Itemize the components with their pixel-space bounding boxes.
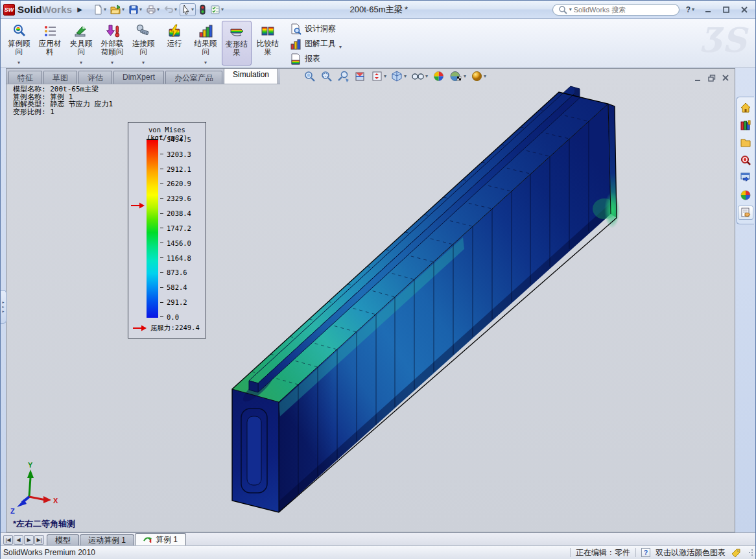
window-controls	[701, 5, 751, 15]
graphics-area[interactable]: 特征 草图 评估 DimXpert 办公室产品 Simulation ▾ ▾ ▾	[6, 68, 735, 532]
document-close-button[interactable]	[722, 75, 729, 82]
print-button[interactable]: ▾	[145, 4, 161, 16]
select-button[interactable]: ▾	[180, 3, 196, 16]
run-icon	[167, 23, 182, 40]
undo-icon	[163, 5, 174, 15]
fea-beam-model[interactable]	[6, 84, 735, 532]
ribbon-button-results-advisor[interactable]: 结果顾问 ▾	[191, 21, 220, 65]
traffic-light-icon	[198, 5, 206, 15]
coordinate-triad: Y X Z	[6, 457, 78, 518]
configuration-tab-bar: |◀ ◀ ▶ ▶| 模型 运动算例 1 算例 1	[1, 532, 755, 545]
resize-grip[interactable]	[749, 549, 753, 556]
tab-scroll-prev-button[interactable]: ◀	[14, 535, 23, 545]
custom-properties-button[interactable]	[738, 206, 753, 220]
file-explorer-button[interactable]	[738, 136, 753, 150]
search-scope-caret-icon[interactable]: ▾	[569, 6, 572, 12]
help-button[interactable]: ?▾	[686, 5, 694, 14]
dropdown-caret-icon: ▾	[18, 60, 20, 65]
status-edition: SolidWorks Premium 2010	[3, 548, 95, 557]
tag-icon[interactable]	[731, 548, 741, 558]
search-icon	[558, 5, 567, 14]
zoom-to-area-button[interactable]	[320, 70, 333, 82]
document-window-controls	[694, 75, 729, 82]
view-orientation-label: *左右二等角轴测	[13, 518, 75, 530]
ribbon-button-report[interactable]: 报表	[287, 53, 344, 65]
title-bar: SW SolidWorks ▶ ▾ ▾ ▾ ▾ ▾ ▾	[1, 1, 755, 19]
tab-dimxpert[interactable]: DimXpert	[113, 71, 164, 84]
status-right-cluster: 正在编辑：零件 ? 双击以激活颜色图表	[570, 547, 753, 558]
menu-flyout-arrow-icon[interactable]: ▶	[77, 6, 82, 13]
tab-evaluate[interactable]: 评估	[78, 71, 112, 84]
dropdown-caret-icon: ▾	[339, 44, 342, 50]
tab-scroll-first-button[interactable]: |◀	[3, 535, 13, 545]
x-axis-label: X	[53, 497, 58, 505]
solidworks-search-button[interactable]	[738, 153, 753, 167]
legend-color-bar	[147, 139, 158, 318]
stress-color-legend[interactable]: von Mises (kgf/cm^2) 3494.5 3203.3 2912.…	[128, 122, 206, 339]
view-settings-button[interactable]: ▾	[471, 70, 486, 82]
previous-view-button[interactable]	[337, 70, 349, 82]
report-icon	[290, 53, 301, 65]
apply-scene-button[interactable]: ▾	[449, 70, 466, 82]
document-minimize-button[interactable]	[694, 75, 702, 82]
workspace: 特征 草图 评估 DimXpert 办公室产品 Simulation ▾ ▾ ▾	[1, 68, 755, 532]
study-advisor-icon	[11, 23, 27, 40]
ribbon-button-compare-results[interactable]: 比较结果 ▾	[253, 21, 283, 65]
x-axis-arrow-icon	[43, 496, 51, 503]
compare-results-icon	[260, 23, 276, 40]
rebuild-button[interactable]	[197, 4, 207, 16]
ribbon-button-plot-tools[interactable]: 图解工具 ▾	[287, 38, 344, 51]
ribbon-button-apply-material[interactable]: 应用材料 ▾	[35, 21, 65, 65]
tab-simulation[interactable]: Simulation	[224, 68, 278, 84]
display-style-button[interactable]: ▾	[391, 70, 407, 82]
heads-up-view-toolbar: ▾ ▾ ▾ ▾ ▾	[303, 70, 486, 82]
save-button[interactable]: ▾	[127, 4, 143, 16]
close-button[interactable]	[737, 5, 751, 15]
maximize-button[interactable]	[719, 5, 733, 15]
dropdown-caret-icon: ▾	[142, 60, 145, 65]
section-view-button[interactable]	[354, 70, 366, 82]
appearances-scenes-button[interactable]	[738, 188, 753, 202]
design-library-button[interactable]	[738, 118, 753, 132]
command-tab-row: 特征 草图 评估 DimXpert 办公室产品 Simulation ▾ ▾ ▾	[6, 69, 735, 84]
tab-motion-study[interactable]: 运动算例 1	[80, 534, 134, 545]
ribbon-button-connections-advisor[interactable]: 连接顾问 ▾	[128, 21, 158, 65]
ribbon-button-external-loads[interactable]: 外部载荷顾问 ▾	[97, 21, 127, 65]
view-palette-button[interactable]	[738, 171, 753, 185]
ribbon-button-deformed-result[interactable]: 变形结果 ▾	[222, 21, 252, 65]
solidworks-logo: SW SolidWorks	[3, 4, 72, 16]
hide-show-items-button[interactable]: ▾	[411, 70, 428, 82]
tab-simulation-study[interactable]: 算例 1	[135, 533, 186, 545]
apply-material-icon	[42, 23, 58, 40]
tab-model[interactable]: 模型	[47, 534, 79, 545]
document-title: 200t-65m主梁 *	[225, 4, 552, 16]
tab-scroll-last-button[interactable]: ▶|	[34, 535, 44, 545]
ribbon-button-fixtures-advisor[interactable]: 夹具顾问 ▾	[66, 21, 96, 65]
yield-level-arrow-icon	[131, 202, 145, 209]
tab-sketch[interactable]: 草图	[43, 71, 77, 84]
document-restore-button[interactable]	[708, 75, 716, 82]
open-folder-icon	[110, 5, 121, 15]
view-orientation-button[interactable]: ▾	[371, 70, 386, 82]
search-box[interactable]: ▾	[552, 4, 679, 16]
app-window: SW SolidWorks ▶ ▾ ▾ ▾ ▾ ▾ ▾	[0, 0, 756, 559]
y-axis-arrow-icon	[27, 470, 34, 478]
feature-manager-splitter-handle[interactable]: ▸▸▸	[1, 290, 6, 324]
new-document-button[interactable]: ▾	[91, 4, 108, 16]
ribbon-button-design-insight[interactable]: 设计洞察	[287, 23, 344, 36]
tab-scroll-next-button[interactable]: ▶	[24, 535, 34, 545]
tab-office-products[interactable]: 办公室产品	[165, 71, 222, 84]
tab-features[interactable]: 特征	[8, 71, 42, 84]
search-input[interactable]	[574, 6, 658, 14]
fixtures-advisor-icon	[73, 23, 89, 40]
minimize-button[interactable]	[701, 5, 715, 15]
open-button[interactable]: ▾	[109, 4, 126, 16]
ribbon-button-run[interactable]: 运行 ▾	[159, 21, 189, 65]
yield-strength-row: 屈服力:2249.4	[133, 324, 200, 333]
undo-button[interactable]: ▾	[162, 4, 178, 16]
options-button[interactable]: ▾	[209, 4, 225, 16]
zoom-to-fit-button[interactable]	[303, 70, 316, 82]
edit-appearance-button[interactable]	[432, 70, 445, 82]
resources-home-button[interactable]	[738, 101, 753, 115]
ribbon-button-study-advisor[interactable]: 算例顾问 ▾	[4, 21, 34, 65]
